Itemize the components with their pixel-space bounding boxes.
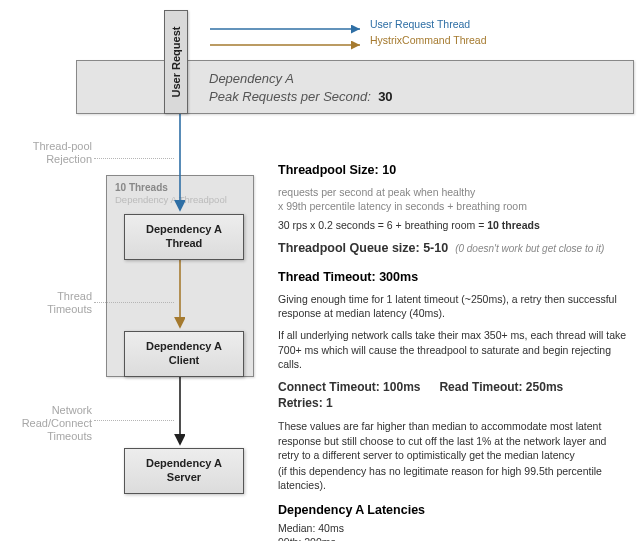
calc-a: 30 rps x 0.2 seconds = 6 + breathing roo…	[278, 219, 487, 231]
legend-cmd-row: HystrixCommand Thread	[210, 34, 487, 46]
text-column: Threadpool Size: 10 requests per second …	[278, 162, 628, 541]
dotline-thread-to	[94, 302, 174, 303]
dotline-net-to	[94, 420, 174, 421]
banner-peak-label: Peak Requests per Second:	[209, 89, 371, 104]
heading-net-timeouts: Connect Timeout: 100ms Read Timeout: 250…	[278, 379, 628, 411]
legend-user-label: User Request Thread	[370, 18, 470, 30]
net-p1: These values are far higher than median …	[278, 419, 628, 462]
node-dependency-client: Dependency AClient	[124, 331, 244, 377]
queue-note: (0 doesn't work but get close to it)	[455, 243, 604, 254]
user-request-label: User Request	[170, 27, 182, 98]
node-dependency-thread: Dependency AThread	[124, 214, 244, 260]
legend: User Request Thread HystrixCommand Threa…	[210, 18, 487, 50]
threadpool-title: 10 Threads	[115, 182, 168, 193]
calc-b: 10 threads	[487, 219, 540, 231]
heading-thread-timeout: Thread Timeout: 300ms	[278, 269, 628, 286]
heading-latencies: Dependency A Latencies	[278, 502, 628, 519]
banner-peak-value: 30	[378, 89, 392, 104]
sub-rps-healthy: requests per second at peak when healthy	[278, 185, 628, 199]
user-request-tab: User Request	[164, 10, 188, 114]
label-thread-timeouts: ThreadTimeouts	[22, 290, 92, 316]
legend-user-row: User Request Thread	[210, 18, 487, 30]
arrow-thread-to-client	[170, 258, 190, 331]
val-retries: Retries: 1	[278, 395, 333, 411]
label-threadpool-rejection: Thread-poolRejection	[6, 140, 92, 166]
node-thread-label: Dependency AThread	[146, 223, 222, 249]
net-p2: (if this dependency has no legitimate re…	[278, 464, 628, 492]
sub-formula: x 99th percentile latency in seconds + b…	[278, 199, 628, 213]
lat-99th: 99th: 200ms	[278, 535, 628, 541]
node-client-label: Dependency AClient	[146, 340, 222, 366]
banner-peak: Peak Requests per Second: 30	[209, 88, 633, 106]
thread-timeout-p2: If all underlying network calls take the…	[278, 328, 628, 371]
banner-title: Dependency A	[209, 70, 633, 88]
heading-threadpool-size: Threadpool Size: 10	[278, 162, 628, 179]
arrow-client-to-server	[170, 375, 190, 448]
thread-timeout-p1: Giving enough time for 1 latent timeout …	[278, 292, 628, 320]
lat-median: Median: 40ms	[278, 521, 628, 535]
heading-queue-size: Threadpool Queue size: 5-10 (0 doesn't w…	[278, 240, 628, 257]
banner-dependency-a: Dependency A Peak Requests per Second: 3…	[76, 60, 634, 114]
legend-cmd-label: HystrixCommand Thread	[370, 34, 487, 46]
val-connect-timeout: Connect Timeout: 100ms	[278, 379, 420, 395]
node-server-label: Dependency AServer	[146, 457, 222, 483]
node-dependency-server: Dependency AServer	[124, 448, 244, 494]
arrow-user-to-thread	[170, 112, 190, 214]
label-network-timeouts: NetworkRead/ConnectTimeouts	[10, 404, 92, 444]
val-read-timeout: Read Timeout: 250ms	[439, 379, 563, 395]
calc-line: 30 rps x 0.2 seconds = 6 + breathing roo…	[278, 218, 628, 232]
dotline-rejection	[94, 158, 174, 159]
